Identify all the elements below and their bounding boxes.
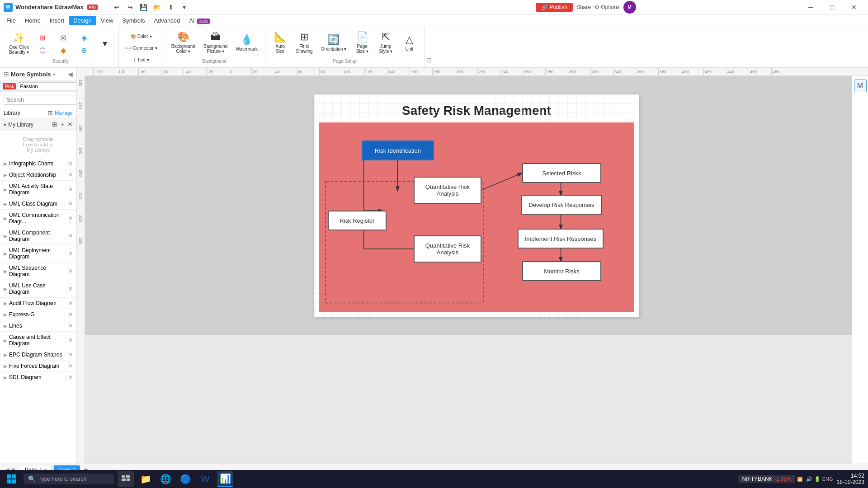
taskbar-search[interactable]: 🔍 Type here to search [24, 474, 114, 484]
shape-btn-5[interactable]: ◆ [53, 44, 73, 56]
item-close-icon[interactable]: ✕ [68, 352, 73, 358]
search-input[interactable] [4, 95, 77, 105]
canvas-scroll[interactable]: Safety Risk Management [85, 76, 868, 464]
my-library-add-icon[interactable]: ＋ [59, 121, 66, 129]
minimize-button[interactable]: ─ [800, 0, 821, 14]
item-close-icon[interactable]: ✕ [68, 374, 73, 380]
canvas-area[interactable]: -120 -100 -80 -60 -40 -20 0 20 40 60 80 … [77, 68, 868, 464]
list-item[interactable]: ▶ EPC Diagram Shapes ✕ [0, 349, 76, 361]
options-button[interactable]: ⚙ Options [594, 4, 620, 10]
diagram-page[interactable]: Safety Risk Management [314, 94, 639, 317]
item-close-icon[interactable]: ✕ [68, 186, 73, 192]
item-close-icon[interactable]: ✕ [68, 201, 73, 207]
selected-risks-box[interactable]: Selected Risks [522, 163, 601, 183]
list-item[interactable]: ▶ UML Sequence Diagram ✕ [0, 263, 76, 280]
taskbar-edge[interactable]: 🌐 [157, 471, 174, 487]
item-close-icon[interactable]: ✕ [68, 250, 73, 257]
background-picture-button[interactable]: 🏔 BackgroundPicture ▾ [200, 29, 231, 56]
unit-button[interactable]: △ Unit [398, 29, 420, 56]
library-expand-icon[interactable]: ⊞ [47, 109, 53, 117]
taskbar-file-explorer[interactable]: 📁 [137, 471, 154, 487]
item-close-icon[interactable]: ✕ [68, 363, 73, 369]
list-item[interactable]: ▶ UML Activity State Diagram ✕ [0, 181, 76, 198]
list-item[interactable]: ▶ UML Deployment Diagram ✕ [0, 245, 76, 263]
my-library-grid-icon[interactable]: ⊞ [52, 121, 57, 129]
manage-button[interactable]: Manage [55, 110, 73, 116]
list-item[interactable]: ▶ Infographic Charts ✕ [0, 158, 76, 169]
undo-button[interactable]: ↩ [110, 2, 123, 13]
menu-ai[interactable]: AI 2025 [184, 16, 214, 25]
item-close-icon[interactable]: ✕ [68, 323, 73, 329]
ribbon-expand-icon[interactable]: ⊡ [426, 56, 432, 64]
list-item[interactable]: ▶ Lines ✕ [0, 320, 76, 332]
menu-insert[interactable]: Insert [45, 16, 69, 25]
risk-tab-label[interactable]: Risk [3, 83, 16, 89]
list-item[interactable]: ▶ UML Use Case Diagram ✕ [0, 280, 76, 298]
panel-close-icon[interactable]: ◀ [68, 70, 73, 78]
shape-btn-6[interactable]: ⊕ [74, 44, 94, 56]
more-shapes-button[interactable]: ▾ [95, 31, 115, 56]
connector-button[interactable]: ⟷ Connector ▾ [123, 42, 160, 54]
risk-register-box[interactable]: Risk Register [328, 211, 387, 230]
orientation-button[interactable]: 🔄 Orientation ▾ [317, 29, 350, 56]
one-click-beautify-button[interactable]: ✨ One ClickBeautify ▾ [6, 31, 32, 56]
item-close-icon[interactable]: ✕ [68, 286, 73, 292]
save-button[interactable]: 💾 [137, 2, 150, 13]
jump-style-button[interactable]: ⇱ JumpStyle ▾ [374, 29, 397, 56]
quantitative-risk-analysis-top-box[interactable]: Quantitative RiskAnalysis [414, 177, 481, 204]
list-item[interactable]: ▶ UML Class Diagram ✕ [0, 198, 76, 210]
taskbar-edraw[interactable]: 📊 [217, 471, 233, 487]
menu-view[interactable]: View [96, 16, 118, 25]
item-close-icon[interactable]: ✕ [68, 337, 73, 343]
list-item[interactable]: ▶ SDL Diagram ✕ [0, 372, 76, 383]
item-close-icon[interactable]: ✕ [68, 311, 73, 318]
item-close-icon[interactable]: ✕ [68, 172, 73, 178]
list-item[interactable]: ▶ Cause and Effect Diagram ✕ [0, 332, 76, 349]
more-button[interactable]: ▾ [178, 2, 191, 13]
shape-btn-3[interactable]: ◈ [74, 32, 94, 43]
auto-size-button[interactable]: 📐 AutoSize [269, 29, 292, 56]
redo-button[interactable]: ↪ [124, 2, 137, 13]
page-size-button[interactable]: 📄 PageSize ▾ [351, 29, 373, 56]
item-close-icon[interactable]: ✕ [68, 300, 73, 306]
diagram-red-area[interactable]: Risk Identification Quantitative RiskAna… [319, 122, 634, 312]
quantitative-risk-analysis-bottom-box[interactable]: Quantitative RiskAnalysis [414, 235, 481, 263]
item-close-icon[interactable]: ✕ [68, 215, 73, 221]
text-button[interactable]: T Text ▾ [123, 54, 160, 66]
list-item[interactable]: ▶ Express-G ✕ [0, 309, 76, 320]
develop-risk-responses-box[interactable]: Develop Risk Responses [521, 195, 602, 215]
list-item[interactable]: ▶ UML Component Diagram ✕ [0, 227, 76, 245]
list-item[interactable]: ▶ Audit Flow Diagram ✕ [0, 298, 76, 309]
risk-identification-box[interactable]: Risk Identification [362, 141, 434, 160]
monitor-risks-box[interactable]: Monitor Risks [522, 261, 601, 281]
menu-symbols[interactable]: Symbols [118, 16, 150, 25]
fit-to-drawing-button[interactable]: ⊞ Fit toDrawing [292, 29, 316, 56]
menu-home[interactable]: Home [20, 16, 45, 25]
watermark-button[interactable]: 💧 Watermark [232, 29, 261, 56]
share-button[interactable]: Share [576, 4, 591, 10]
export-button[interactable]: ⬆ [165, 2, 177, 13]
list-item[interactable]: ▶ Five Forces Diagram ✕ [0, 361, 76, 372]
item-close-icon[interactable]: ✕ [68, 268, 73, 274]
menu-design[interactable]: Design [69, 16, 96, 25]
menu-advanced[interactable]: Advanced [149, 16, 184, 25]
item-close-icon[interactable]: ✕ [68, 160, 73, 167]
taskbar-chrome[interactable]: 🔵 [177, 471, 193, 487]
my-library-close-icon[interactable]: ✕ [67, 121, 73, 129]
list-item[interactable]: ▶ UML Communication Diagr... ✕ [0, 210, 76, 227]
shape-btn-1[interactable]: ⊞ [33, 32, 52, 43]
risk-tab-input[interactable] [18, 82, 77, 90]
start-button[interactable] [4, 471, 20, 487]
right-panel-button[interactable]: M [854, 80, 867, 92]
background-color-button[interactable]: 🎨 BackgroundColor ▾ [168, 29, 199, 56]
color-button[interactable]: 🎨 Color ▾ [123, 30, 160, 42]
my-library-expand-icon[interactable]: ▾ [4, 122, 6, 128]
maximize-button[interactable]: □ [822, 0, 843, 14]
menu-file[interactable]: File [2, 16, 20, 25]
shape-btn-2[interactable]: ⊠ [53, 32, 73, 43]
close-button[interactable]: ✕ [844, 0, 864, 14]
publish-button[interactable]: 🔗 Publish [536, 3, 573, 12]
list-item[interactable]: ▶ Object Relationship ✕ [0, 169, 76, 181]
shape-btn-4[interactable]: ⬡ [33, 44, 52, 56]
item-close-icon[interactable]: ✕ [68, 233, 73, 239]
